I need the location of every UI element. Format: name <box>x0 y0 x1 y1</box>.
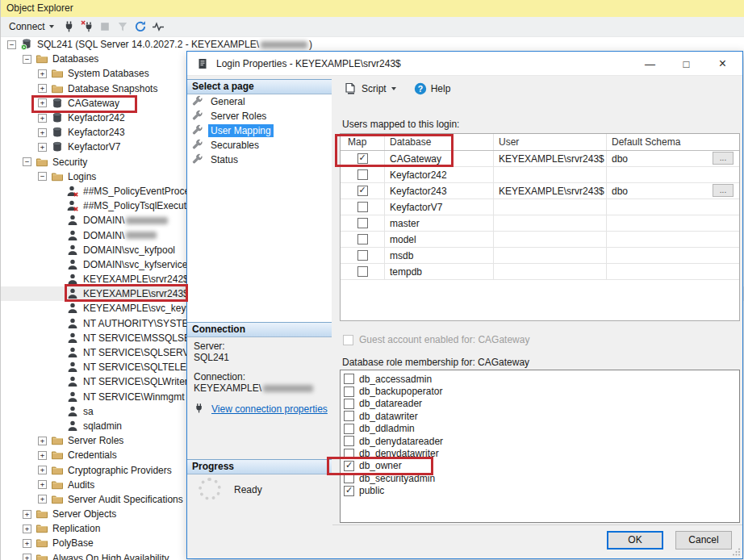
role-checkbox[interactable] <box>344 424 354 434</box>
stop-button[interactable] <box>96 19 114 35</box>
db-icon <box>51 126 64 139</box>
collapse-icon[interactable]: − <box>7 40 16 49</box>
expand-icon[interactable]: + <box>23 524 31 533</box>
role-item-db-securityadmin[interactable]: db_securityadmin <box>341 472 739 484</box>
role-item-db-datareader[interactable]: db_datareader <box>341 398 739 410</box>
mapping-row-model[interactable]: model <box>341 232 739 248</box>
database-cell: Keyfactor242 <box>385 167 494 182</box>
mapping-row-master[interactable]: master <box>341 215 739 232</box>
chevron-down-icon <box>49 25 54 28</box>
role-checkbox[interactable] <box>344 473 354 483</box>
page-item-status[interactable]: Status <box>187 153 332 167</box>
expand-icon[interactable]: + <box>38 114 47 123</box>
role-item-db-owner[interactable]: db_owner <box>341 460 739 472</box>
script-button[interactable]: Script <box>341 81 399 97</box>
user-cell <box>494 167 607 182</box>
role-label: db_datawriter <box>359 411 418 422</box>
folder-icon <box>51 434 64 447</box>
connect-button[interactable]: Connect <box>5 19 60 34</box>
database-cell: master <box>385 215 494 231</box>
resize-grip[interactable] <box>731 547 741 557</box>
map-checkbox[interactable] <box>357 218 368 228</box>
page-item-securables[interactable]: Securables <box>187 138 332 153</box>
tree-node-label: Server Audit Specifications <box>68 494 183 505</box>
close-button[interactable]: × <box>704 52 741 76</box>
progress-section-header: Progress <box>187 459 332 474</box>
map-checkbox[interactable] <box>357 153 368 164</box>
map-checkbox[interactable] <box>357 202 368 212</box>
maximize-button[interactable]: □ <box>668 52 704 76</box>
mapping-row-keyfactor243[interactable]: Keyfactor243KEYEXAMPLE\srvr243$dbo... <box>341 183 739 199</box>
ok-button[interactable]: OK <box>607 531 663 550</box>
mapping-row-keyfactorv7[interactable]: KeyfactorV7 <box>341 199 739 215</box>
map-checkbox[interactable] <box>357 250 368 261</box>
filter-button[interactable] <box>114 19 132 35</box>
role-item-db-accessadmin[interactable]: db_accessadmin <box>341 373 739 385</box>
expand-icon[interactable]: + <box>38 437 47 445</box>
minimize-button[interactable]: — <box>632 52 668 76</box>
role-checkbox[interactable] <box>344 461 354 471</box>
cancel-button[interactable]: Cancel <box>675 531 732 550</box>
activity-monitor-button[interactable] <box>149 19 167 35</box>
role-checkbox[interactable] <box>344 449 354 459</box>
role-item-public[interactable]: public <box>341 485 739 497</box>
user-icon <box>66 302 79 315</box>
collapse-icon[interactable]: − <box>38 172 47 181</box>
view-connection-properties-link[interactable]: View connection properties <box>211 403 328 415</box>
page-item-general[interactable]: General <box>187 94 332 109</box>
users-mapped-label: Users mapped to this login: <box>342 119 459 130</box>
map-checkbox[interactable] <box>357 234 368 244</box>
map-checkbox[interactable] <box>357 169 368 180</box>
mapping-row-keyfactor242[interactable]: Keyfactor242 <box>341 167 739 183</box>
db-icon <box>51 97 64 110</box>
page-item-server-roles[interactable]: Server Roles <box>187 109 332 123</box>
mapping-row-cagateway[interactable]: CAGatewayKEYEXAMPLE\srvr243$dbo... <box>341 151 739 167</box>
map-checkbox[interactable] <box>357 266 368 277</box>
role-item-db-denydatareader[interactable]: db_denydatareader <box>341 435 739 447</box>
connect-button[interactable] <box>61 19 78 35</box>
mapping-row-tempdb[interactable]: tempdb <box>341 264 739 280</box>
server-value: SQL241 <box>194 352 229 363</box>
map-checkbox[interactable] <box>357 186 368 196</box>
disconnect-button[interactable] <box>78 19 96 35</box>
collapse-icon[interactable]: − <box>23 157 31 166</box>
expand-icon[interactable]: + <box>38 480 47 489</box>
tree-node-label: DOMAIN\ <box>83 215 124 226</box>
user-icon <box>66 332 79 345</box>
expand-icon[interactable]: + <box>23 510 31 519</box>
role-item-db-datawriter[interactable]: db_datawriter <box>341 410 739 422</box>
column-header-default-schema: Default Schema <box>607 134 739 150</box>
role-item-db-backupoperator[interactable]: db_backupoperator <box>341 385 739 397</box>
tree-node-sql241-sql-server-14-0-2027-2-keyexample[interactable]: −SQL241 (SQL Server 14.0.2027.2 - KEYEXA… <box>1 37 744 52</box>
collapse-icon[interactable]: − <box>23 55 31 64</box>
user-cell <box>494 215 607 231</box>
expand-icon[interactable]: + <box>38 143 47 152</box>
expand-icon[interactable]: + <box>23 554 31 560</box>
object-explorer-toolbar-icons <box>61 19 167 35</box>
role-checkbox[interactable] <box>344 374 354 384</box>
role-item-db-ddladmin[interactable]: db_ddladmin <box>341 423 739 435</box>
role-checkbox[interactable] <box>344 399 354 409</box>
role-checkbox[interactable] <box>344 411 354 421</box>
expand-icon[interactable]: + <box>38 466 47 474</box>
role-checkbox[interactable] <box>344 436 354 446</box>
expand-icon[interactable]: + <box>38 495 47 504</box>
mapping-row-msdb[interactable]: msdb <box>341 248 739 264</box>
role-checkbox[interactable] <box>344 387 354 397</box>
folder-icon <box>36 508 48 520</box>
browse-schema-button[interactable]: ... <box>713 184 734 197</box>
user-icon <box>66 391 79 403</box>
role-checkbox[interactable] <box>344 486 354 496</box>
role-item-db-denydatawriter[interactable]: db_denydatawriter <box>341 447 739 459</box>
expand-icon[interactable]: + <box>38 128 47 137</box>
expand-icon[interactable]: + <box>38 451 47 460</box>
refresh-button[interactable] <box>132 19 149 35</box>
page-item-user-mapping[interactable]: User Mapping <box>187 123 332 138</box>
expand-icon[interactable]: + <box>38 98 47 107</box>
expand-icon[interactable]: + <box>23 539 31 548</box>
browse-schema-button[interactable]: ... <box>713 152 734 165</box>
expand-icon[interactable]: + <box>38 69 47 78</box>
help-button[interactable]: ? Help <box>411 81 454 97</box>
database-cell: tempdb <box>385 264 494 279</box>
expand-icon[interactable]: + <box>38 84 47 93</box>
